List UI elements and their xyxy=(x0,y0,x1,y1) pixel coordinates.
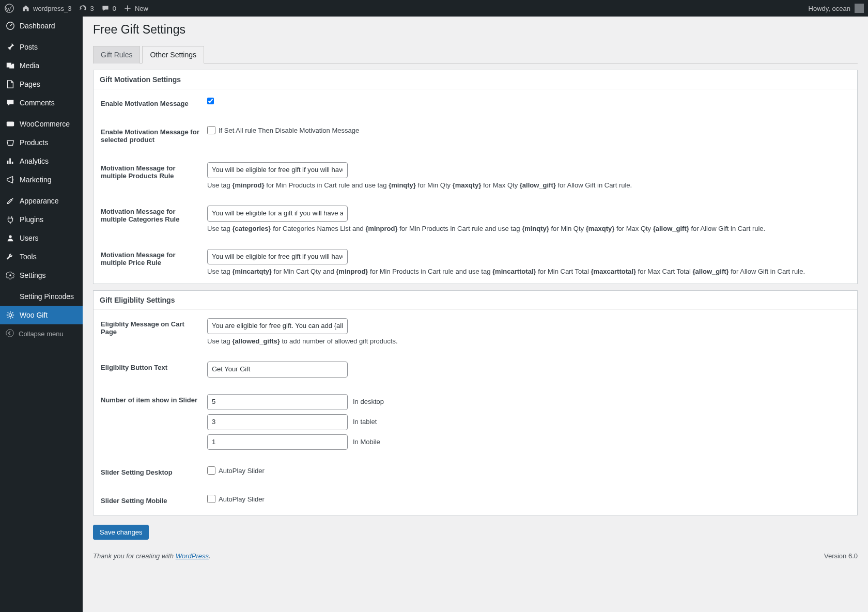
new-link[interactable]: New xyxy=(122,3,148,13)
sidebar-item-label: Users xyxy=(20,234,39,242)
sidebar-item-settings[interactable]: Settings xyxy=(0,266,83,285)
pincodes-icon xyxy=(5,291,16,302)
sidebar-item-label: Appearance xyxy=(20,197,59,205)
msg-products-input[interactable] xyxy=(207,162,348,178)
tabs-nav: Gift Rules Other Settings xyxy=(93,46,858,64)
slider-mobile-count[interactable] xyxy=(207,434,348,450)
checkbox-label: AutoPlay Slider xyxy=(219,495,265,503)
panel-motivation: Gift Motivation Settings Enable Motivati… xyxy=(93,70,858,284)
row-label: Eligiblity Message on Cart Page xyxy=(94,310,207,353)
sidebar-item-label: Products xyxy=(20,138,48,147)
sidebar-item-dashboard[interactable]: Dashboard xyxy=(0,17,83,35)
sidebar-item-pages[interactable]: Pages xyxy=(0,75,83,93)
sidebar-item-label: Marketing xyxy=(20,176,51,184)
wp-logo[interactable] xyxy=(4,3,14,13)
sidebar-item-posts[interactable]: Posts xyxy=(0,38,83,56)
autoplay-mobile-checkbox[interactable] xyxy=(207,495,215,503)
dashboard-icon xyxy=(5,21,16,31)
svg-point-6 xyxy=(9,313,11,316)
sidebar-item-plugins[interactable]: Plugins xyxy=(0,210,83,229)
howdy-text: Howdy, ocean xyxy=(809,5,850,12)
svg-point-5 xyxy=(9,274,11,276)
footer: Thank you for creating with WordPress. V… xyxy=(93,552,858,560)
appearance-icon xyxy=(5,196,16,206)
row-label: Enable Motivation Message for selected p… xyxy=(94,118,207,154)
elig-msg-input[interactable] xyxy=(207,318,348,334)
comments-count: 0 xyxy=(113,5,116,12)
slider-tablet-count[interactable] xyxy=(207,414,348,430)
row-label: Number of item show in Slider xyxy=(94,386,207,458)
slider-desktop-count[interactable] xyxy=(207,394,348,410)
checkbox-label: If Set All rule Then Disable Motivation … xyxy=(219,127,359,134)
admin-sidebar: Dashboard Posts Media Pages Comments Woo… xyxy=(0,17,83,570)
panel-eligibility: Gift Eligiblity Settings Eligiblity Mess… xyxy=(93,290,858,515)
wordpress-link[interactable]: WordPress xyxy=(176,552,209,560)
collapse-label: Collapse menu xyxy=(19,330,64,338)
woo-icon xyxy=(5,119,16,129)
svg-point-7 xyxy=(6,329,13,337)
users-icon xyxy=(5,233,16,243)
footer-thanks-pre: Thank you for creating with xyxy=(93,552,176,560)
collapse-icon xyxy=(5,328,14,339)
sidebar-item-woo-gift[interactable]: Woo Gift xyxy=(0,306,83,324)
suffix-label: In desktop xyxy=(353,398,384,405)
sidebar-item-label: Media xyxy=(20,61,39,70)
help-text: Use tag {allowed_gifts} to add number of… xyxy=(207,337,850,345)
sidebar-item-label: Dashboard xyxy=(20,22,55,30)
autoplay-desktop-checkbox[interactable] xyxy=(207,466,215,475)
svg-point-4 xyxy=(9,236,11,238)
updates-count: 3 xyxy=(90,5,94,12)
sidebar-item-label: Posts xyxy=(20,43,38,51)
updates-link[interactable]: 3 xyxy=(78,3,94,13)
msg-price-input[interactable] xyxy=(207,249,348,265)
sidebar-item-label: Comments xyxy=(20,99,55,107)
suffix-label: In tablet xyxy=(353,418,377,426)
row-label: Motivation Message for multiple Categori… xyxy=(94,197,207,241)
site-link[interactable]: wordpress_3 xyxy=(21,3,71,13)
tab-gift-rules[interactable]: Gift Rules xyxy=(93,46,140,64)
account-link[interactable]: Howdy, ocean xyxy=(809,4,864,13)
sidebar-item-products[interactable]: Products xyxy=(0,133,83,152)
sidebar-item-users[interactable]: Users xyxy=(0,229,83,247)
page-title: Free Gift Settings xyxy=(93,17,858,41)
sidebar-item-appearance[interactable]: Appearance xyxy=(0,192,83,210)
checkbox-label: AutoPlay Slider xyxy=(219,467,265,475)
pin-icon xyxy=(5,42,16,52)
tab-other-settings[interactable]: Other Settings xyxy=(142,46,204,64)
row-label: Eligiblity Button Text xyxy=(94,353,207,386)
msg-categories-input[interactable] xyxy=(207,206,348,222)
avatar xyxy=(855,4,864,13)
settings-icon xyxy=(5,270,16,280)
sidebar-item-analytics[interactable]: Analytics xyxy=(0,152,83,170)
help-text: Use tag {mincartqty} for Min Cart Qty an… xyxy=(207,268,850,275)
row-label: Motivation Message for multiple Products… xyxy=(94,154,207,197)
gear-icon xyxy=(5,310,16,320)
sidebar-item-marketing[interactable]: Marketing xyxy=(0,170,83,189)
row-label: Motivation Message for multiple Price Ru… xyxy=(94,241,207,284)
pages-icon xyxy=(5,79,16,89)
sidebar-item-pincodes[interactable]: Setting Pincodes xyxy=(0,287,83,306)
suffix-label: In Mobile xyxy=(353,438,380,446)
sidebar-item-label: Settings xyxy=(20,271,46,279)
sidebar-item-woocommerce[interactable]: WooCommerce xyxy=(0,115,83,133)
svg-rect-3 xyxy=(7,122,14,127)
comment-icon xyxy=(100,3,111,13)
footer-thanks-post: . xyxy=(209,552,211,560)
enable-motivation-checkbox[interactable] xyxy=(207,98,214,104)
marketing-icon xyxy=(5,175,16,185)
row-label: Slider Setting Mobile xyxy=(94,487,207,515)
tools-icon xyxy=(5,252,16,262)
admin-topbar: wordpress_3 3 0 New Howdy, ocean xyxy=(0,0,868,17)
collapse-menu[interactable]: Collapse menu xyxy=(0,324,83,343)
new-label: New xyxy=(135,5,148,12)
sidebar-item-media[interactable]: Media xyxy=(0,56,83,75)
wordpress-icon xyxy=(4,3,14,13)
main-content: Free Gift Settings Gift Rules Other Sett… xyxy=(83,17,868,570)
save-button[interactable]: Save changes xyxy=(93,525,149,540)
comments-link[interactable]: 0 xyxy=(100,3,116,13)
sidebar-item-comments[interactable]: Comments xyxy=(0,93,83,112)
help-text: Use tag {minprod} for Min Products in Ca… xyxy=(207,181,850,189)
elig-button-input[interactable] xyxy=(207,362,348,378)
enable-selected-checkbox[interactable] xyxy=(207,126,215,134)
sidebar-item-tools[interactable]: Tools xyxy=(0,247,83,266)
